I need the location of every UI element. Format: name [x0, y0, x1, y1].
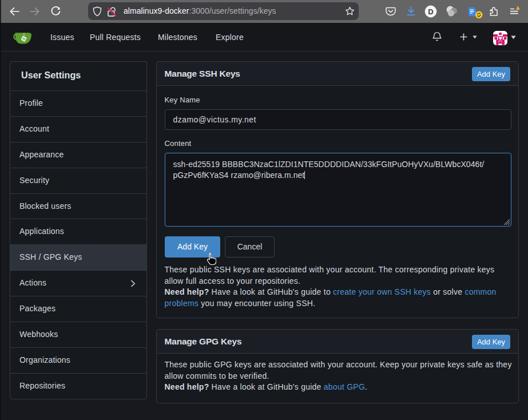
svg-text:D: D [428, 7, 433, 16]
